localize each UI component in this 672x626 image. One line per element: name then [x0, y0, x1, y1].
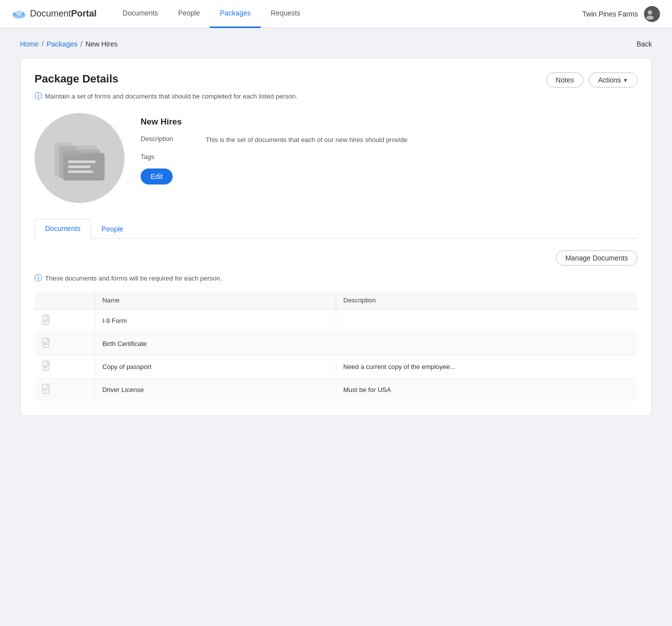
svg-rect-16 — [44, 320, 48, 320]
nav-documents[interactable]: Documents — [113, 0, 168, 28]
documents-table: Name Description I-9 Form Birth Certific… — [35, 291, 637, 402]
breadcrumb-left: Home / Packages / New Hires — [20, 40, 118, 48]
col-icon-header — [35, 292, 95, 310]
doc-name: I-9 Form — [95, 310, 336, 332]
brand[interactable]: DocumentPortal — [12, 8, 97, 19]
tab-documents[interactable]: Documents — [35, 219, 91, 238]
header-actions: Notes Actions ▼ — [546, 72, 637, 88]
docs-info: ⓘ These documents and forms will be requ… — [35, 274, 637, 283]
package-header: Package Details Notes Actions ▼ — [35, 72, 637, 88]
nav-requests[interactable]: Requests — [261, 0, 310, 28]
nav-links: Documents People Packages Requests — [113, 0, 582, 28]
navbar: DocumentPortal Documents People Packages… — [0, 0, 672, 28]
package-meta: New Hires Description This is the set of… — [141, 113, 637, 203]
documents-tab-content: Manage Documents ⓘ These documents and f… — [35, 250, 637, 402]
info-icon-2: ⓘ — [35, 274, 42, 283]
svg-rect-17 — [44, 321, 47, 322]
tags-row: Tags — [141, 153, 637, 160]
breadcrumb-sep1: / — [42, 40, 44, 48]
back-button[interactable]: Back — [636, 40, 652, 48]
table-row: I-9 Form — [35, 310, 637, 332]
svg-point-4 — [647, 10, 652, 14]
svg-rect-19 — [44, 342, 48, 344]
tags-label: Tags — [141, 153, 186, 160]
doc-icon-cell — [35, 356, 95, 378]
nav-packages[interactable]: Packages — [210, 0, 260, 28]
description-label: Description — [141, 135, 186, 145]
description-row: Description This is the set of documents… — [141, 135, 637, 145]
notes-button[interactable]: Notes — [546, 72, 584, 88]
doc-name: Driver License — [95, 378, 336, 402]
info-banner: ⓘ Maintain a set of forms and documents … — [35, 92, 637, 101]
folder-icon — [52, 136, 107, 180]
actions-button[interactable]: Actions ▼ — [588, 72, 637, 88]
table-row: Driver LicenseMust be for USA — [35, 378, 637, 402]
brand-icon — [12, 9, 26, 19]
col-name-header: Name — [95, 292, 336, 310]
svg-rect-13 — [68, 166, 91, 168]
breadcrumb-packages[interactable]: Packages — [47, 40, 77, 48]
main-content: Home / Packages / New Hires Back Package… — [0, 28, 672, 428]
nav-right: Twin Pines Farms ▼ — [582, 6, 660, 22]
chevron-down-icon: ▼ — [623, 78, 628, 83]
table-row: Birth Certificate — [35, 332, 637, 356]
svg-point-5 — [646, 16, 653, 20]
file-icon — [42, 314, 51, 326]
doc-description: Must be for USA — [336, 378, 637, 402]
docs-header: Manage Documents — [35, 250, 637, 266]
breadcrumb-home[interactable]: Home — [20, 40, 39, 48]
svg-rect-26 — [44, 390, 47, 391]
col-desc-header: Description — [336, 292, 637, 310]
tabs: Documents People — [35, 219, 637, 238]
nav-people[interactable]: People — [168, 0, 210, 28]
svg-rect-11 — [63, 150, 79, 156]
svg-rect-22 — [44, 366, 48, 366]
file-icon — [42, 338, 51, 348]
breadcrumb-current: New Hires — [86, 40, 118, 48]
org-name: Twin Pines Farms — [582, 10, 638, 18]
brand-name: DocumentPortal — [30, 8, 97, 19]
doc-description — [336, 332, 637, 356]
manage-documents-button[interactable]: Manage Documents — [556, 250, 637, 266]
description-value: This is the set of documents that each o… — [206, 135, 407, 145]
user-avatar[interactable]: ▼ — [644, 6, 660, 22]
doc-icon-cell — [35, 332, 95, 356]
package-detail: New Hires Description This is the set of… — [35, 113, 637, 203]
breadcrumb: Home / Packages / New Hires Back — [20, 40, 652, 48]
svg-point-3 — [16, 10, 23, 16]
page-title: Package Details — [35, 72, 119, 86]
package-name-label: New Hires — [141, 117, 637, 127]
tab-people[interactable]: People — [91, 219, 134, 238]
svg-rect-12 — [68, 160, 96, 163]
edit-button[interactable]: Edit — [141, 168, 173, 184]
svg-rect-14 — [68, 170, 93, 173]
package-avatar — [35, 113, 125, 203]
doc-name: Copy of passport — [95, 356, 336, 378]
svg-rect-20 — [44, 344, 47, 345]
doc-description — [336, 310, 637, 332]
file-icon — [42, 384, 51, 394]
breadcrumb-sep2: / — [81, 40, 83, 48]
doc-description: Need a current copy of the employee... — [336, 356, 637, 378]
file-icon — [42, 360, 51, 372]
table-row: Copy of passportNeed a current copy of t… — [35, 356, 637, 378]
svg-rect-23 — [44, 367, 47, 368]
doc-icon-cell — [35, 310, 95, 332]
package-card: Package Details Notes Actions ▼ ⓘ Mainta… — [20, 58, 652, 416]
info-icon: ⓘ — [35, 92, 42, 101]
doc-name: Birth Certificate — [95, 332, 336, 356]
svg-rect-25 — [44, 388, 48, 390]
doc-icon-cell — [35, 378, 95, 402]
table-header-row: Name Description — [35, 292, 637, 310]
